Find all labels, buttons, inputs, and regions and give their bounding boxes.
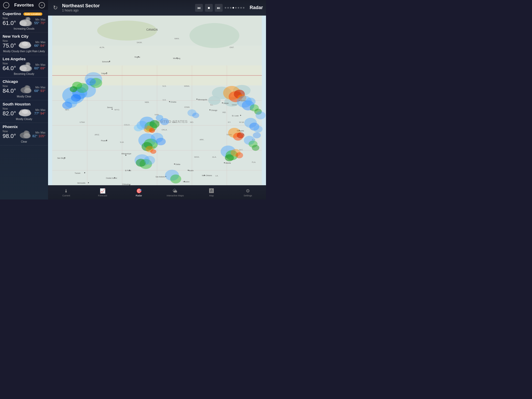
svg-point-90	[209, 109, 210, 110]
min-label: Min	[35, 86, 39, 89]
city-name: Phoenix	[3, 124, 45, 129]
nav-icon: ⚙	[246, 188, 250, 194]
radar-dot-7[interactable]	[243, 7, 244, 9]
add-button[interactable]: +	[39, 2, 45, 8]
radar-title-section: Northeast Sector 1 hours ago	[62, 3, 192, 12]
city-minmax: Min Max 66° 84°	[34, 41, 45, 48]
svg-text:COLO.: COLO.	[124, 124, 130, 126]
sidebar: − Favorites + Cupertino Auto Location No…	[0, 0, 48, 200]
min-temp: 77°	[34, 111, 39, 115]
sidebar-title: Favorites	[14, 3, 34, 8]
svg-point-100	[224, 162, 225, 163]
city-card-chicago[interactable]: Chicago Now 84.0° Min Max 68° 93°	[0, 78, 48, 100]
city-condition: Mostly Cloudy	[3, 118, 45, 121]
city-card-south-houston[interactable]: South Houston Now 82.0° Min Max 77° 94°	[0, 100, 48, 123]
svg-text:ARK.: ARK.	[200, 138, 204, 141]
radar-dot-4[interactable]	[235, 7, 237, 9]
svg-text:Albuquerque: Albuquerque	[121, 153, 131, 155]
svg-point-88	[196, 99, 197, 100]
svg-text:El Paso: El Paso	[125, 170, 131, 171]
nav-item-settings[interactable]: ⚙ Settings	[230, 185, 266, 200]
svg-text:KY.: KY.	[228, 121, 231, 123]
svg-point-136	[112, 109, 113, 110]
svg-point-104	[174, 163, 175, 164]
svg-text:San Diego: San Diego	[57, 157, 65, 159]
nav-label: Forecast	[98, 194, 107, 197]
radar-controls: ⏮ ■ ⏭	[195, 4, 244, 12]
svg-text:ARIZ.: ARIZ.	[95, 134, 100, 136]
weather-icon	[17, 16, 33, 27]
max-label: Max	[41, 131, 45, 134]
radar-dot-6[interactable]	[240, 7, 242, 9]
max-label: Max	[41, 41, 45, 44]
min-temp: 66°	[34, 44, 39, 48]
svg-text:Calgary: Calgary	[101, 72, 107, 75]
radar-sector-title: Northeast Sector	[62, 3, 192, 9]
nav-item-current[interactable]: 🌡 Current	[48, 185, 84, 200]
city-name: Cupertino Auto Location	[3, 11, 45, 16]
nav-item-map[interactable]: 🅰 Map	[193, 185, 230, 200]
svg-text:Houston: Houston	[183, 181, 189, 183]
svg-point-126	[88, 182, 89, 183]
city-temp: 75.0°	[3, 42, 16, 49]
svg-point-199	[192, 113, 199, 118]
nav-item-forecast[interactable]: 📈 Forecast	[84, 185, 121, 200]
right-panel: ↻ Northeast Sector 1 hours ago ⏮ ■ ⏭ Rad…	[48, 0, 266, 200]
city-minmax: Min Max 60° 69°	[34, 63, 45, 70]
radar-time: 1 hours ago	[62, 9, 192, 12]
city-card-los-angeles[interactable]: Los Angeles Now 64.0° Min Max 60°	[0, 55, 48, 78]
svg-text:Ciudad Juárez: Ciudad Juárez	[106, 177, 117, 179]
nav-label: Interactive Maps	[167, 194, 184, 197]
prev-button[interactable]: ⏮	[195, 4, 203, 12]
svg-point-157	[134, 124, 143, 131]
min-label: Min	[35, 131, 39, 134]
radar-dot-3[interactable]	[232, 7, 234, 9]
svg-text:FLA.: FLA.	[252, 161, 256, 163]
max-temp: 94°	[40, 111, 45, 115]
svg-text:MAN.: MAN.	[175, 37, 179, 40]
remove-button[interactable]: −	[3, 2, 9, 8]
svg-text:ONT.: ONT.	[230, 46, 234, 49]
nav-icon: 🌡	[64, 188, 69, 194]
weather-icon	[17, 107, 33, 117]
city-card-phoenix[interactable]: Phoenix Now 98.0° Min Max 82° 105°	[0, 123, 48, 145]
radar-dot-1[interactable]	[227, 7, 229, 9]
max-label: Max	[41, 18, 45, 21]
svg-text:IND.: IND.	[222, 111, 226, 114]
city-minmax: Min Max 55° 70°	[34, 18, 45, 25]
max-temp: 84°	[40, 44, 45, 48]
now-label: Now	[3, 39, 16, 42]
map-area[interactable]: CANADA ALTA. SASK. MAN. ONT. MONT. IDAHO…	[48, 16, 266, 185]
svg-text:N.C.: N.C.	[239, 149, 243, 151]
svg-text:Edmonton: Edmonton	[102, 61, 110, 63]
svg-text:S.D.: S.D.	[163, 99, 167, 101]
svg-text:N.M.: N.M.	[120, 141, 124, 143]
min-temp: 68°	[34, 89, 39, 93]
svg-text:OKLA.: OKLA.	[162, 129, 168, 131]
radar-dot-5[interactable]	[238, 7, 239, 9]
svg-text:San Antonio: San Antonio	[156, 176, 165, 178]
nav-item-radar[interactable]: 🎯 Radar	[121, 185, 157, 200]
svg-text:Minneapolis: Minneapolis	[198, 99, 207, 101]
svg-point-96	[240, 115, 241, 116]
radar-dot-0[interactable]	[225, 7, 226, 9]
svg-point-172	[170, 175, 181, 184]
min-temp: 60°	[34, 66, 39, 70]
svg-point-164	[156, 138, 166, 145]
city-temp: 98.0°	[3, 133, 16, 139]
next-button[interactable]: ⏭	[215, 4, 223, 12]
max-temp: 93°	[40, 89, 45, 93]
city-card-cupertino[interactable]: Cupertino Auto Location Now 61.0° Min Ma…	[0, 10, 48, 32]
stop-button[interactable]: ■	[205, 4, 213, 12]
city-list: Cupertino Auto Location Now 61.0° Min Ma…	[0, 10, 48, 145]
city-card-new-york-city[interactable]: New York City Now 75.0° Min Max 66° 84°	[0, 32, 48, 55]
max-label: Max	[41, 63, 45, 66]
refresh-icon[interactable]: ↻	[51, 4, 59, 12]
svg-point-166	[150, 149, 156, 154]
auto-badge: Auto Location	[23, 12, 42, 16]
nav-item-interactive-maps[interactable]: 🌥 Interactive Maps	[157, 185, 193, 200]
radar-dot-2[interactable]	[230, 7, 231, 9]
svg-text:Dallas: Dallas	[176, 163, 181, 165]
max-temp: 70°	[40, 21, 45, 25]
svg-text:MO.: MO.	[190, 121, 194, 123]
